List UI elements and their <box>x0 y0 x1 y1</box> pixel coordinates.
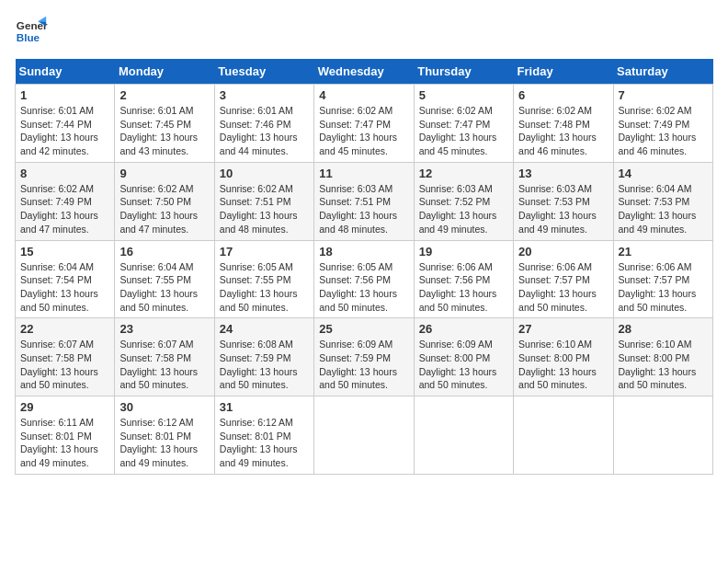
day-number: 29 <box>20 400 109 414</box>
day-info: Sunrise: 6:07 AM Sunset: 7:58 PM Dayligh… <box>119 338 209 392</box>
day-info: Sunrise: 6:02 AM Sunset: 7:47 PM Dayligh… <box>419 104 508 158</box>
day-number: 7 <box>619 88 708 102</box>
calendar-cell: 3 Sunrise: 6:01 AM Sunset: 7:46 PM Dayli… <box>214 85 313 163</box>
day-info: Sunrise: 6:05 AM Sunset: 7:56 PM Dayligh… <box>319 260 408 315</box>
logo: General Blue <box>15 15 48 48</box>
calendar-cell: 27 Sunrise: 6:10 AM Sunset: 8:00 PM Dayl… <box>514 318 613 396</box>
calendar-week-row: 8 Sunrise: 6:02 AM Sunset: 7:49 PM Dayli… <box>16 162 713 240</box>
calendar-cell: 13 Sunrise: 6:03 AM Sunset: 7:53 PM Dayl… <box>514 162 613 240</box>
day-number: 30 <box>119 400 209 414</box>
calendar-cell: 5 Sunrise: 6:02 AM Sunset: 7:47 PM Dayli… <box>414 85 513 163</box>
calendar-cell: 26 Sunrise: 6:09 AM Sunset: 8:00 PM Dayl… <box>414 318 513 396</box>
calendar-cell: 25 Sunrise: 6:09 AM Sunset: 7:59 PM Dayl… <box>314 318 414 396</box>
day-number: 20 <box>518 245 608 259</box>
day-number: 23 <box>119 322 209 336</box>
calendar-cell: 7 Sunrise: 6:02 AM Sunset: 7:49 PM Dayli… <box>613 85 712 163</box>
calendar-cell: 4 Sunrise: 6:02 AM Sunset: 7:47 PM Dayli… <box>314 85 414 163</box>
day-number: 10 <box>220 167 309 180</box>
day-info: Sunrise: 6:10 AM Sunset: 8:00 PM Dayligh… <box>619 338 708 392</box>
calendar-week-row: 22 Sunrise: 6:07 AM Sunset: 7:58 PM Dayl… <box>16 318 713 396</box>
header: General Blue <box>15 15 713 48</box>
day-number: 25 <box>319 322 408 336</box>
day-info: Sunrise: 6:04 AM Sunset: 7:54 PM Dayligh… <box>20 260 109 315</box>
calendar-week-row: 29 Sunrise: 6:11 AM Sunset: 8:01 PM Dayl… <box>16 396 713 475</box>
day-info: Sunrise: 6:07 AM Sunset: 7:58 PM Dayligh… <box>20 338 109 392</box>
day-number: 15 <box>20 245 109 259</box>
day-info: Sunrise: 6:03 AM Sunset: 7:53 PM Dayligh… <box>518 182 608 236</box>
calendar-cell: 11 Sunrise: 6:03 AM Sunset: 7:51 PM Dayl… <box>314 162 414 240</box>
day-info: Sunrise: 6:05 AM Sunset: 7:55 PM Dayligh… <box>220 260 309 315</box>
day-number: 11 <box>319 167 408 180</box>
day-number: 5 <box>419 88 508 102</box>
day-info: Sunrise: 6:08 AM Sunset: 7:59 PM Dayligh… <box>220 338 309 392</box>
day-number: 16 <box>119 245 209 259</box>
calendar-cell: 20 Sunrise: 6:06 AM Sunset: 7:57 PM Dayl… <box>514 240 613 318</box>
calendar-cell: 9 Sunrise: 6:02 AM Sunset: 7:50 PM Dayli… <box>115 162 214 240</box>
calendar-cell <box>514 396 613 475</box>
day-number: 6 <box>518 88 608 102</box>
calendar-cell: 2 Sunrise: 6:01 AM Sunset: 7:45 PM Dayli… <box>115 85 214 163</box>
calendar-cell: 16 Sunrise: 6:04 AM Sunset: 7:55 PM Dayl… <box>115 240 214 318</box>
day-number: 4 <box>319 88 408 102</box>
calendar-week-row: 15 Sunrise: 6:04 AM Sunset: 7:54 PM Dayl… <box>16 240 713 318</box>
weekday-header: Wednesday <box>314 59 414 85</box>
calendar-cell: 14 Sunrise: 6:04 AM Sunset: 7:53 PM Dayl… <box>613 162 712 240</box>
day-info: Sunrise: 6:02 AM Sunset: 7:48 PM Dayligh… <box>518 104 608 158</box>
calendar-cell <box>613 396 712 475</box>
day-info: Sunrise: 6:12 AM Sunset: 8:01 PM Dayligh… <box>220 416 309 470</box>
weekday-header: Friday <box>514 59 613 85</box>
day-info: Sunrise: 6:06 AM Sunset: 7:57 PM Dayligh… <box>518 260 608 315</box>
calendar-cell: 6 Sunrise: 6:02 AM Sunset: 7:48 PM Dayli… <box>514 85 613 163</box>
day-number: 9 <box>119 167 209 180</box>
day-info: Sunrise: 6:02 AM Sunset: 7:49 PM Dayligh… <box>20 182 109 236</box>
calendar-cell <box>414 396 513 475</box>
day-number: 28 <box>619 322 708 336</box>
svg-text:Blue: Blue <box>17 31 40 43</box>
calendar-cell: 19 Sunrise: 6:06 AM Sunset: 7:56 PM Dayl… <box>414 240 513 318</box>
day-number: 18 <box>319 245 408 259</box>
calendar-cell: 21 Sunrise: 6:06 AM Sunset: 7:57 PM Dayl… <box>613 240 712 318</box>
day-number: 3 <box>220 88 309 102</box>
calendar-cell <box>314 396 414 475</box>
header-row: SundayMondayTuesdayWednesdayThursdayFrid… <box>16 59 713 85</box>
calendar-cell: 18 Sunrise: 6:05 AM Sunset: 7:56 PM Dayl… <box>314 240 414 318</box>
day-info: Sunrise: 6:11 AM Sunset: 8:01 PM Dayligh… <box>20 416 109 470</box>
day-info: Sunrise: 6:12 AM Sunset: 8:01 PM Dayligh… <box>119 416 209 470</box>
calendar-cell: 29 Sunrise: 6:11 AM Sunset: 8:01 PM Dayl… <box>16 396 115 475</box>
day-number: 21 <box>619 245 708 259</box>
day-number: 12 <box>419 167 508 180</box>
weekday-header: Monday <box>115 59 214 85</box>
day-info: Sunrise: 6:02 AM Sunset: 7:51 PM Dayligh… <box>220 182 309 236</box>
logo-icon: General Blue <box>15 15 48 48</box>
day-info: Sunrise: 6:09 AM Sunset: 7:59 PM Dayligh… <box>319 338 408 392</box>
day-number: 24 <box>220 322 309 336</box>
calendar-cell: 23 Sunrise: 6:07 AM Sunset: 7:58 PM Dayl… <box>115 318 214 396</box>
day-info: Sunrise: 6:06 AM Sunset: 7:57 PM Dayligh… <box>619 260 708 315</box>
calendar-cell: 31 Sunrise: 6:12 AM Sunset: 8:01 PM Dayl… <box>214 396 313 475</box>
calendar-cell: 8 Sunrise: 6:02 AM Sunset: 7:49 PM Dayli… <box>16 162 115 240</box>
day-info: Sunrise: 6:04 AM Sunset: 7:53 PM Dayligh… <box>619 182 708 236</box>
weekday-header: Tuesday <box>214 59 313 85</box>
day-number: 19 <box>419 245 508 259</box>
calendar-cell: 30 Sunrise: 6:12 AM Sunset: 8:01 PM Dayl… <box>115 396 214 475</box>
calendar-cell: 24 Sunrise: 6:08 AM Sunset: 7:59 PM Dayl… <box>214 318 313 396</box>
calendar-cell: 17 Sunrise: 6:05 AM Sunset: 7:55 PM Dayl… <box>214 240 313 318</box>
weekday-header: Saturday <box>613 59 712 85</box>
weekday-header: Thursday <box>414 59 513 85</box>
day-number: 13 <box>518 167 608 180</box>
weekday-header: Sunday <box>16 59 115 85</box>
day-info: Sunrise: 6:09 AM Sunset: 8:00 PM Dayligh… <box>419 338 508 392</box>
day-info: Sunrise: 6:01 AM Sunset: 7:46 PM Dayligh… <box>220 104 309 158</box>
day-number: 8 <box>20 167 109 180</box>
day-info: Sunrise: 6:03 AM Sunset: 7:52 PM Dayligh… <box>419 182 508 236</box>
day-info: Sunrise: 6:01 AM Sunset: 7:45 PM Dayligh… <box>119 104 209 158</box>
day-info: Sunrise: 6:01 AM Sunset: 7:44 PM Dayligh… <box>20 104 109 158</box>
day-number: 1 <box>20 88 109 102</box>
day-number: 31 <box>220 400 309 414</box>
day-info: Sunrise: 6:03 AM Sunset: 7:51 PM Dayligh… <box>319 182 408 236</box>
day-number: 17 <box>220 245 309 259</box>
day-number: 14 <box>619 167 708 180</box>
calendar-cell: 28 Sunrise: 6:10 AM Sunset: 8:00 PM Dayl… <box>613 318 712 396</box>
day-info: Sunrise: 6:02 AM Sunset: 7:50 PM Dayligh… <box>119 182 209 236</box>
day-number: 22 <box>20 322 109 336</box>
